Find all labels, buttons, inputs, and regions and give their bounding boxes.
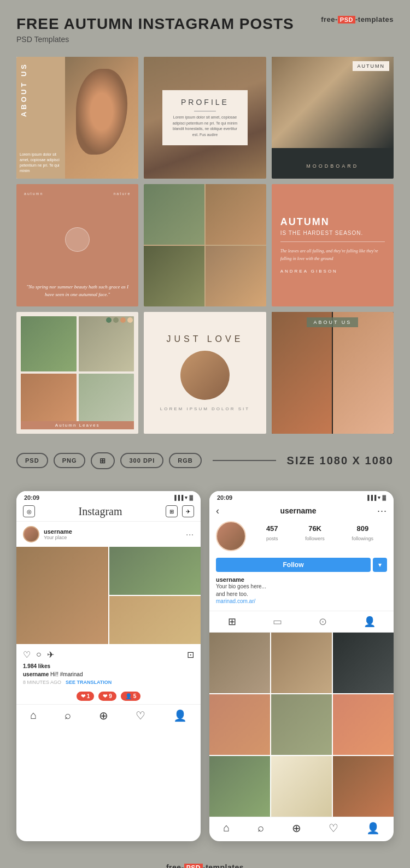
phone2-status-bar: 20:09 ▐▐▐ ▾ ▓ bbox=[209, 491, 394, 503]
page-subtitle: PSD Templates bbox=[16, 35, 394, 44]
profile-icon-2[interactable]: 👤 bbox=[366, 822, 380, 835]
post-cell-top-right bbox=[109, 547, 201, 595]
wifi-icon-2: ▾ bbox=[378, 495, 380, 500]
post-cell-main bbox=[16, 547, 108, 644]
tab-tagged-icon[interactable]: ⊙ bbox=[319, 616, 327, 628]
badge-layers: ⊞ bbox=[91, 452, 115, 469]
phone1-time: 20:09 bbox=[24, 494, 39, 501]
phone1-app-name: Instagram bbox=[79, 505, 122, 518]
card-collage bbox=[144, 184, 266, 306]
phone1-see-translation[interactable]: SEE TRANSLATION bbox=[66, 680, 112, 685]
collage-cell-4 bbox=[206, 246, 266, 306]
phone1-nav: ◎ Instagram ⊞ ✈ bbox=[16, 503, 201, 522]
profile-text: Lorem ipsum dolor sit amet, copiosae adi… bbox=[172, 115, 238, 138]
phone1-action-left: ♡ ○ ✈ bbox=[23, 649, 54, 660]
color-swatches bbox=[106, 317, 133, 323]
profile-title: PROFILE bbox=[172, 98, 238, 107]
phone1-likes: 1.984 likes bbox=[16, 662, 201, 670]
phone1-status-icons: ▐▐▐ ▾ ▓ bbox=[173, 495, 193, 500]
swatch-green bbox=[106, 317, 112, 323]
phone1-time-ago: 8 MINUTES AGO bbox=[23, 680, 61, 685]
tab-grid-icon[interactable]: ⊞ bbox=[228, 616, 236, 628]
phone2-profile-section: 457 posts 76K followers 809 followings bbox=[209, 521, 394, 558]
profile-divider bbox=[194, 111, 216, 111]
phone2-menu-icon[interactable]: ··· bbox=[377, 505, 387, 517]
phone2-bio: username Your bio goes here... and here … bbox=[209, 576, 394, 611]
profile-icon[interactable]: 👤 bbox=[173, 709, 187, 722]
phone2-time: 20:09 bbox=[217, 494, 232, 501]
follow-dropdown-button[interactable]: ▾ bbox=[373, 558, 387, 572]
follow-button[interactable]: Follow bbox=[216, 558, 371, 572]
signal-icon: ▐▐▐ bbox=[173, 495, 183, 500]
phone2-avatar bbox=[216, 521, 246, 551]
phone2-grid-cell-7 bbox=[209, 756, 270, 817]
phone2-followers-label: followers bbox=[305, 536, 325, 541]
card-moodboard: AUTUMN MOODBOARD bbox=[272, 57, 394, 179]
like-icon[interactable]: ♡ bbox=[23, 649, 31, 660]
send-icon[interactable]: ✈ bbox=[182, 505, 194, 517]
phone2-stat-followers: 76K followers bbox=[305, 524, 325, 542]
moodboard-tag: AUTUMN bbox=[353, 61, 389, 71]
badge-psd: PSD bbox=[16, 453, 48, 468]
phone2-grid-cell-6 bbox=[333, 694, 394, 755]
autumn-quote-body: The leaves are all falling, and they're … bbox=[280, 247, 385, 263]
tab-single-icon[interactable]: ▭ bbox=[273, 616, 282, 628]
phone1-avatar bbox=[23, 526, 39, 542]
phone2-bio-link[interactable]: marinad.com.ar/ bbox=[216, 598, 387, 604]
phone1-caption: username Hi!! #marinad bbox=[16, 670, 201, 678]
phone1-notifications: ❤ 1 ❤ 9 👤 5 bbox=[16, 688, 201, 704]
autumn-quote-author: ANDREA GIBSON bbox=[280, 269, 385, 274]
phone2-followings-num: 809 bbox=[352, 524, 374, 533]
back-icon[interactable]: ‹ bbox=[216, 505, 219, 517]
search-icon[interactable]: ⌕ bbox=[65, 709, 71, 722]
autumn-quote-divider bbox=[280, 241, 385, 242]
phone2-grid-cell-4 bbox=[209, 694, 270, 755]
swatch-terracotta bbox=[120, 317, 126, 323]
phone2-follow-row: Follow ▾ bbox=[209, 558, 394, 576]
phone2-tabs: ⊞ ▭ ⊙ 👤 bbox=[209, 611, 394, 633]
add-icon-2[interactable]: ⊕ bbox=[292, 822, 301, 835]
phone1-caption-username: username bbox=[23, 671, 49, 677]
phone2-grid-cell-1 bbox=[209, 633, 270, 693]
just-love-sub: LOREM IPSUM DOLOR SIT bbox=[160, 406, 250, 411]
phone1-mockup: 20:09 ▐▐▐ ▾ ▓ ◎ Instagram ⊞ ✈ username Y… bbox=[16, 491, 201, 841]
post-icon[interactable]: ⊞ bbox=[166, 505, 178, 517]
about-us-photo bbox=[65, 57, 138, 179]
comment-icon[interactable]: ○ bbox=[36, 649, 42, 660]
phone1-options-icon[interactable]: ··· bbox=[186, 530, 194, 539]
swatch-cream bbox=[127, 317, 133, 323]
phone1-location: Your place bbox=[44, 535, 186, 540]
battery-icon-2: ▓ bbox=[382, 495, 386, 500]
tab-saved-icon[interactable]: 👤 bbox=[364, 616, 376, 628]
share-icon[interactable]: ✈ bbox=[47, 649, 54, 660]
phone2-bio-line2: and here too. bbox=[216, 591, 387, 598]
phones-section: 20:09 ▐▐▐ ▾ ▓ ◎ Instagram ⊞ ✈ username Y… bbox=[0, 480, 410, 852]
template-grid: ABOUT US Lorem ipsum dolor sit amet, cop… bbox=[0, 49, 410, 441]
phone2-grid-cell-2 bbox=[271, 633, 332, 693]
home-icon-2[interactable]: ⌂ bbox=[223, 822, 230, 834]
phone1-meta: 8 MINUTES AGO SEE TRANSLATION bbox=[16, 678, 201, 688]
phone2-nav: ‹ username ··· bbox=[209, 503, 394, 521]
phone2-followings-label: followings bbox=[352, 536, 374, 541]
phone2-stat-posts: 457 posts bbox=[266, 524, 278, 542]
phone2-bio-username: username bbox=[216, 576, 387, 583]
phone2-grid-cell-8 bbox=[271, 756, 332, 817]
notif-badge-2: ❤ 9 bbox=[98, 692, 116, 701]
about-us-label: ABOUT US bbox=[20, 62, 62, 117]
home-icon[interactable]: ⌂ bbox=[30, 709, 37, 722]
heart-icon-2[interactable]: ♡ bbox=[329, 822, 338, 835]
wifi-icon: ▾ bbox=[185, 495, 188, 500]
card-autumn-quote: AUTUMN IS THE HARDEST SEASON. The leaves… bbox=[272, 184, 394, 306]
phone1-caption-text: Hi!! #marinad bbox=[49, 671, 83, 677]
search-icon-2[interactable]: ⌕ bbox=[257, 822, 264, 834]
about-us-text: Lorem ipsum dolor sit amet, copiosae adi… bbox=[20, 152, 62, 173]
phone1-actions: ♡ ○ ✈ ⊡ bbox=[16, 645, 201, 662]
battery-icon: ▓ bbox=[189, 495, 193, 500]
heart-icon[interactable]: ♡ bbox=[136, 709, 145, 722]
notif-badge-3: 👤 5 bbox=[121, 692, 141, 701]
card-autumn-leaves: Autumn Leaves bbox=[16, 312, 138, 434]
add-icon[interactable]: ⊕ bbox=[99, 709, 108, 722]
about2-cell-left bbox=[272, 312, 332, 434]
save-icon[interactable]: ⊡ bbox=[187, 649, 194, 660]
camera-icon[interactable]: ◎ bbox=[23, 505, 35, 517]
